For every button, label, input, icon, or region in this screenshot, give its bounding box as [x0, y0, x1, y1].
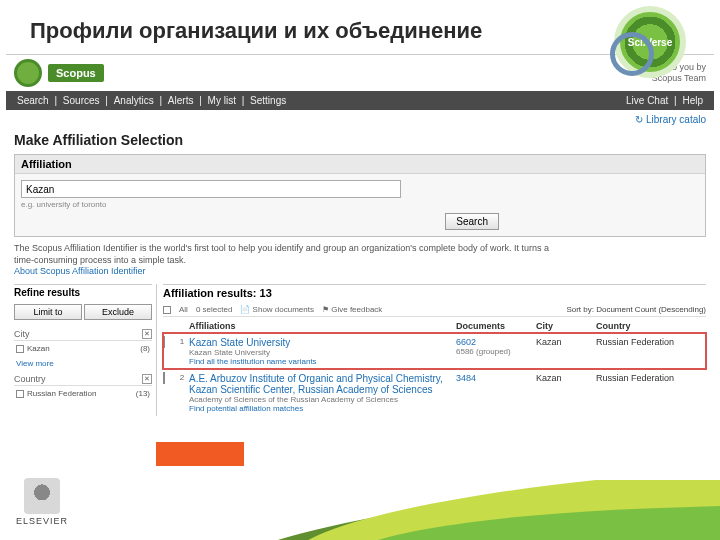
search-button[interactable]: Search [445, 213, 499, 230]
about-link[interactable]: About Scopus Affiliation Identifier [14, 266, 706, 278]
checkbox-icon[interactable] [16, 345, 24, 353]
affiliation-search-panel: Affiliation e.g. university of toronto S… [14, 154, 706, 237]
screenshot-area: Scopus Brought to you by Scopus Team Sea… [6, 54, 714, 416]
show-documents[interactable]: 📄 Show documents [240, 305, 314, 314]
limit-to-button[interactable]: Limit to [14, 304, 82, 320]
main-nav: Search | Sources | Analytics | Alerts | … [6, 91, 714, 110]
results-main: Affiliation results: 13 All 0 selected 📄… [156, 284, 706, 416]
col-affiliations: Affiliations [189, 321, 456, 331]
page-title: Make Affiliation Selection [6, 128, 714, 154]
scopus-brand: Scopus [48, 64, 104, 82]
name-variants-link[interactable]: Find all the institution name variants [189, 357, 456, 366]
col-documents: Documents [456, 321, 536, 331]
facet-collapse-icon[interactable]: ✕ [142, 329, 152, 339]
select-all-checkbox[interactable] [163, 306, 171, 314]
doc-count-link[interactable]: 6602 [456, 337, 476, 347]
affiliation-link[interactable]: A.E. Arbuzov Institute of Organic and Ph… [189, 373, 443, 395]
view-more-link[interactable]: View more [14, 356, 152, 371]
nav-help[interactable]: Help [679, 95, 706, 106]
refine-sidebar: Refine results Limit to Exclude City✕ Ka… [14, 284, 152, 416]
col-country: Country [596, 321, 706, 331]
facet-item[interactable]: Kazan (8) [14, 341, 152, 356]
affiliation-link[interactable]: Kazan State University [189, 337, 290, 348]
affiliation-input[interactable] [21, 180, 401, 198]
result-row[interactable]: 2 A.E. Arbuzov Institute of Organic and … [163, 369, 706, 416]
slide-title: Профили организации и их объединение [30, 18, 690, 44]
row-checkbox[interactable] [163, 336, 165, 348]
highlight-callout [156, 442, 244, 466]
elsevier-tree-icon [24, 478, 60, 514]
facet-city: City [14, 329, 30, 339]
nav-mylist[interactable]: My list [205, 95, 239, 106]
give-feedback[interactable]: ⚑ Give feedback [322, 305, 382, 314]
filter-hint: e.g. university of toronto [21, 200, 699, 209]
panel-label: Affiliation [15, 155, 705, 174]
nav-settings[interactable]: Settings [247, 95, 289, 106]
exclude-button[interactable]: Exclude [84, 304, 152, 320]
col-city: City [536, 321, 596, 331]
decorative-swoosh [0, 480, 720, 540]
sort-select[interactable]: Sort by: Document Count (Descending) [566, 305, 706, 314]
facet-country: Country [14, 374, 46, 384]
nav-livechat[interactable]: Live Chat [623, 95, 671, 106]
row-checkbox[interactable] [163, 372, 165, 384]
refine-head: Refine results [14, 284, 152, 300]
nav-search[interactable]: Search [14, 95, 52, 106]
description: The Scopus Affiliation Identifier is the… [6, 243, 714, 284]
nav-alerts[interactable]: Alerts [165, 95, 197, 106]
sciverse-logo: Sci.Verse [614, 6, 686, 78]
doc-count-link[interactable]: 3484 [456, 373, 476, 383]
result-row[interactable]: 1 Kazan State University Kazan State Uni… [163, 333, 706, 369]
scopus-circle-icon [14, 59, 42, 87]
library-catalog-link[interactable]: Library catalo [635, 114, 706, 125]
select-all[interactable]: All [179, 305, 188, 314]
facet-collapse-icon[interactable]: ✕ [142, 374, 152, 384]
checkbox-icon[interactable] [16, 390, 24, 398]
nav-analytics[interactable]: Analytics [111, 95, 157, 106]
facet-item[interactable]: Russian Federation (13) [14, 386, 152, 401]
results-count: Affiliation results: 13 [163, 284, 706, 303]
nav-sources[interactable]: Sources [60, 95, 103, 106]
potential-matches-link[interactable]: Find potential affiliation matches [189, 404, 456, 413]
elsevier-logo: ELSEVIER [16, 478, 68, 526]
